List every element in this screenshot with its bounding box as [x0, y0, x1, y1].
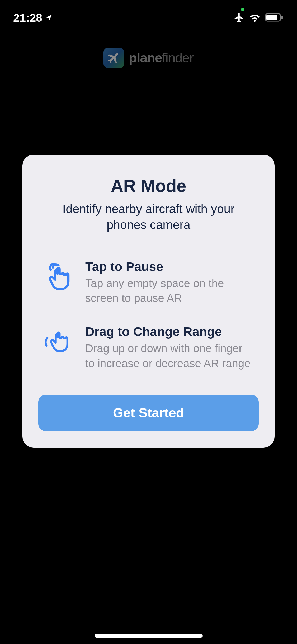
status-right — [234, 12, 284, 24]
feature-title: Drag to Change Range — [85, 324, 254, 339]
status-left: 21:28 — [13, 11, 53, 24]
feature-content: Drag to Change Range Drag up or down wit… — [85, 324, 254, 371]
feature-description: Tap any empty space on the screen to pau… — [85, 276, 254, 306]
tap-gesture-icon — [43, 259, 75, 292]
ar-mode-modal: AR Mode Identify nearby aircraft with yo… — [22, 155, 275, 448]
feature-item-drag: Drag to Change Range Drag up or down wit… — [43, 324, 254, 371]
app-logo-area: planefinder — [0, 48, 297, 68]
drag-gesture-icon — [43, 324, 75, 356]
status-bar: 21:28 — [0, 0, 297, 29]
get-started-button[interactable]: Get Started — [38, 395, 259, 431]
location-arrow-icon — [45, 11, 53, 24]
logo-text-bold: plane — [129, 50, 162, 65]
app-icon — [103, 48, 124, 68]
airplane-mode-icon — [234, 12, 245, 24]
app-logo-text: planefinder — [129, 50, 194, 66]
svg-rect-2 — [281, 16, 283, 19]
svg-rect-1 — [266, 15, 277, 20]
modal-title: AR Mode — [38, 176, 259, 196]
feature-list: Tap to Pause Tap any empty space on the … — [38, 259, 259, 371]
logo-text-light: finder — [162, 50, 194, 65]
feature-description: Drag up or down with one finger to incre… — [85, 341, 254, 371]
wifi-icon — [249, 13, 261, 23]
feature-content: Tap to Pause Tap any empty space on the … — [85, 259, 254, 306]
modal-subtitle: Identify nearby aircraft with your phone… — [38, 201, 259, 233]
battery-icon — [265, 13, 284, 23]
feature-item-tap: Tap to Pause Tap any empty space on the … — [43, 259, 254, 306]
privacy-indicator-dot — [241, 8, 244, 11]
feature-title: Tap to Pause — [85, 259, 254, 274]
status-time: 21:28 — [13, 11, 42, 24]
home-indicator[interactable] — [95, 634, 203, 638]
